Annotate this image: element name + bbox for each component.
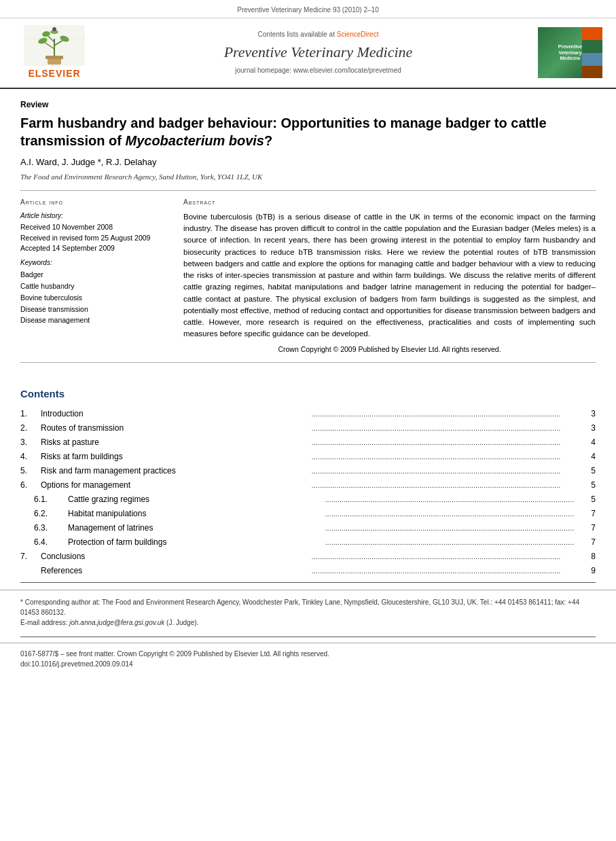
toc-label: Introduction: [41, 408, 310, 420]
toc-page: 5: [582, 493, 596, 505]
toc-label: Management of latrines: [68, 522, 323, 534]
toc-label: Cattle grazing regimes: [68, 493, 323, 505]
elsevier-logo: ELSEVIER: [10, 25, 98, 81]
toc-page: 4: [582, 436, 596, 448]
toc-label: Options for management: [41, 479, 310, 491]
svg-point-11: [52, 27, 56, 31]
toc-number: 6.2.: [34, 507, 68, 520]
toc-container: 1.Introduction .........................…: [20, 408, 596, 577]
abstract-text: Bovine tuberculosis (bTB) is a serious d…: [183, 211, 596, 340]
abstract-column: Abstract Bovine tuberculosis (bTB) is a …: [183, 198, 596, 354]
toc-item: References .............................…: [20, 565, 596, 577]
article-info-column: Article info Article history: Received 1…: [20, 198, 170, 354]
toc-page: 9: [582, 565, 596, 577]
toc-item: 3.Risks at pasture .....................…: [20, 436, 596, 448]
toc-page: 5: [582, 465, 596, 477]
journal-header: ELSEVIER Contents lists available at Sci…: [0, 18, 616, 89]
article-history-title: Article history:: [20, 211, 170, 221]
toc-label: Risks at pasture: [41, 436, 310, 448]
toc-dots: ........................................…: [312, 465, 581, 477]
toc-label: Routes of transmission: [41, 422, 310, 434]
sciencedirect-label: Contents lists available at ScienceDirec…: [105, 30, 531, 39]
toc-number: 2.: [20, 422, 41, 434]
cover-journal-label: PreventiveVeterinaryMedicine: [557, 43, 583, 62]
toc-page: 7: [582, 507, 596, 520]
toc-page: 7: [582, 522, 596, 534]
toc-label: Conclusions: [41, 550, 310, 562]
abstract-title: Abstract: [183, 198, 596, 207]
toc-dots: ........................................…: [312, 551, 581, 562]
toc-page: 3: [582, 422, 596, 434]
accepted-date: Accepted 14 September 2009: [20, 243, 170, 254]
keyword-2: Cattle husbandry: [20, 281, 170, 292]
keyword-4: Disease transmission: [20, 304, 170, 315]
toc-number: 1.: [20, 408, 41, 420]
abstract-body: Bovine tuberculosis (bTB) is a serious d…: [183, 213, 596, 338]
toc-page: 5: [582, 479, 596, 491]
toc-dots: ........................................…: [312, 423, 581, 434]
toc-page: 3: [582, 408, 596, 420]
copyright-line: Crown Copyright © 2009 Published by Else…: [183, 344, 596, 355]
toc-item: 6.2.Habitat manipulations ..............…: [20, 507, 596, 520]
received-date: Received 10 November 2008: [20, 222, 170, 233]
toc-label: References: [41, 565, 310, 577]
elsevier-logo-area: ELSEVIER: [10, 25, 98, 81]
page-wrapper: Preventive Veterinary Medicine 93 (2010)…: [0, 0, 616, 841]
toc-item: 6.Options for management ...............…: [20, 479, 596, 491]
article-section-label: Review: [20, 99, 596, 111]
footer-bottom: 0167-5877/$ – see front matter. Crown Co…: [0, 643, 616, 676]
toc-label: Risks at farm buildings: [41, 450, 310, 463]
toc-item: 2.Routes of transmission ...............…: [20, 422, 596, 434]
keyword-5: Disease management: [20, 315, 170, 326]
article-body: Review Farm husbandry and badger behavio…: [0, 89, 616, 380]
email-address[interactable]: joh.anna.judge@fera.gsi.gov.uk: [69, 619, 164, 626]
toc-dots: ........................................…: [312, 408, 581, 420]
toc-page: 7: [582, 536, 596, 548]
section-divider-2: [20, 362, 596, 363]
article-title-text: Farm husbandry and badger behaviour: Opp…: [20, 115, 547, 148]
cover-strip-1: [582, 27, 602, 40]
toc-number: 4.: [20, 450, 41, 463]
journal-citation-text: Preventive Veterinary Medicine 93 (2010)…: [237, 6, 378, 14]
toc-number: 6.3.: [34, 522, 68, 534]
footer-bottom-divider: [20, 637, 596, 637]
toc-number: 5.: [20, 465, 41, 477]
footnote-area: * Corresponding author at: The Food and …: [0, 590, 616, 631]
contents-section: Contents 1.Introduction ................…: [0, 387, 616, 577]
toc-item: 5.Risk and farm management practices ...…: [20, 465, 596, 477]
toc-dots: ........................................…: [312, 437, 581, 448]
keyword-1: Badger: [20, 269, 170, 281]
toc-item: 6.4.Protection of farm buildings .......…: [20, 536, 596, 548]
toc-number: 6.4.: [34, 536, 68, 548]
doi-text: doi:10.1016/j.prevetmed.2009.09.014: [20, 659, 596, 669]
cover-strips: [582, 27, 602, 78]
toc-dots: ........................................…: [325, 494, 581, 505]
elsevier-tree-icon: [24, 25, 85, 66]
toc-label: Habitat manipulations: [68, 507, 323, 520]
article-title-end: ?: [264, 133, 272, 148]
sciencedirect-link[interactable]: ScienceDirect: [337, 31, 379, 38]
article-title-italic: Mycobacterium bovis: [125, 133, 264, 148]
issn-text: 0167-5877/$ – see front matter. Crown Co…: [20, 649, 596, 659]
journal-cover-area: PreventiveVeterinaryMedicine: [538, 27, 606, 78]
authors: A.I. Ward, J. Judge *, R.J. Delahay: [20, 156, 596, 168]
toc-dots: ........................................…: [312, 451, 581, 463]
toc-label: Protection of farm buildings: [68, 536, 323, 548]
affiliation: The Food and Environment Research Agency…: [20, 172, 596, 182]
journal-title-area: Contents lists available at ScienceDirec…: [105, 30, 531, 75]
toc-number: 3.: [20, 436, 41, 448]
toc-item: 6.3.Management of latrines .............…: [20, 522, 596, 534]
footnote-star: * Corresponding author at: The Food and …: [20, 597, 596, 618]
journal-homepage-url: journal homepage: www.elsevier.com/locat…: [105, 66, 531, 75]
toc-number: 6.: [20, 479, 41, 491]
toc-number: 6.1.: [34, 493, 68, 505]
keyword-3: Bovine tuberculosis: [20, 292, 170, 304]
toc-item: 7.Conclusions ..........................…: [20, 550, 596, 562]
email-suffix: (J. Judge).: [166, 619, 198, 626]
section-divider-1: [20, 190, 596, 191]
toc-page: 8: [582, 550, 596, 562]
toc-dots: ........................................…: [325, 537, 581, 548]
article-info-title: Article info: [20, 198, 170, 207]
toc-item: 4.Risks at farm buildings ..............…: [20, 450, 596, 463]
email-label: E-mail address:: [20, 619, 67, 626]
